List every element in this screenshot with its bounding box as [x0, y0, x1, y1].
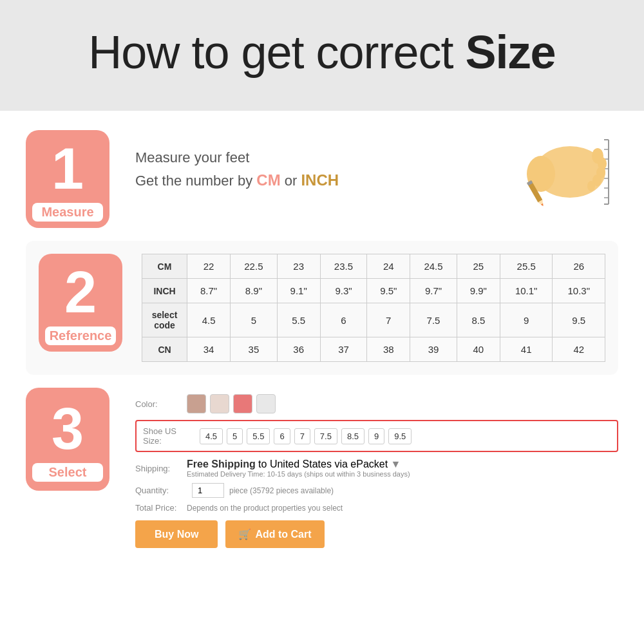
- step2-label: Reference: [45, 327, 116, 345]
- size-option[interactable]: 5.5: [247, 428, 270, 444]
- quantity-row: Quantity: piece (35792 pieces available): [135, 483, 618, 498]
- total-label: Total Price:: [135, 503, 187, 513]
- table-cell: 7: [367, 303, 410, 337]
- table-cell: 25.5: [500, 254, 553, 279]
- size-option[interactable]: 9: [368, 428, 384, 444]
- size-selector-label: Shoe US Size:: [143, 426, 194, 446]
- table-cell: 10.3": [553, 279, 605, 303]
- table-cell: 9.5: [553, 303, 605, 337]
- table-cell: 9.9": [457, 279, 500, 303]
- shipping-detail-text: to United States via ePacket: [256, 459, 388, 469]
- color-swatch-2[interactable]: [210, 394, 229, 413]
- color-swatch-3[interactable]: [233, 394, 252, 413]
- table-cell: 25: [457, 254, 500, 279]
- table-cell: 22.5: [231, 254, 277, 279]
- step2-number: 2: [64, 263, 97, 321]
- quantity-label: Quantity:: [135, 486, 187, 495]
- measure-text2: Get the number by CM or INCH: [135, 171, 496, 189]
- shipping-detail: Free Shipping to United States via ePack…: [187, 459, 410, 478]
- total-text: Depends on the product properties you se…: [187, 504, 343, 513]
- title-normal: How to get correct: [88, 26, 465, 78]
- step3-label: Select: [32, 463, 103, 482]
- table-cell: 8.7": [187, 279, 231, 303]
- table-cell: 34: [187, 337, 231, 362]
- quantity-input[interactable]: [192, 483, 224, 498]
- step2-row: 2 Reference CM2222.52323.52424.52525.526…: [26, 241, 618, 375]
- step1-row: 1 Measure Measure your feet Get the numb…: [26, 130, 618, 228]
- size-table-wrap: CM2222.52323.52424.52525.526INCH8.7"8.9"…: [142, 254, 605, 362]
- table-cell: 24.5: [410, 254, 457, 279]
- size-option[interactable]: 5: [227, 428, 243, 444]
- table-cell: 35: [231, 337, 277, 362]
- table-cell: 37: [320, 337, 366, 362]
- foot-svg: [496, 137, 618, 207]
- size-selector-box: Shoe US Size: 4.555.5677.58.599.5: [135, 420, 618, 452]
- step1-badge: 1 Measure: [26, 130, 109, 228]
- table-cell: 10.1": [500, 279, 553, 303]
- table-cell: 8.9": [231, 279, 277, 303]
- step3-content: Color: Shoe US Size: 4.555.5677.58.599.5…: [135, 394, 618, 548]
- table-row: select code4.555.5677.58.599.5: [142, 303, 605, 337]
- table-cell: 42: [553, 337, 605, 362]
- foot-illustration: [496, 137, 618, 207]
- table-cell: 24: [367, 254, 410, 279]
- table-row-header: CM: [142, 254, 187, 279]
- size-option[interactable]: 6: [274, 428, 290, 444]
- step1-content: Measure your feet Get the number by CM o…: [135, 137, 618, 207]
- text2-prefix: Get the number by: [135, 173, 256, 189]
- quantity-detail: piece (35792 pieces available): [229, 486, 334, 495]
- buy-now-button[interactable]: Buy Now: [135, 520, 218, 548]
- color-swatch-1[interactable]: [187, 394, 206, 413]
- shipping-text: Free Shipping: [187, 459, 256, 469]
- table-cell: 9.7": [410, 279, 457, 303]
- table-cell: 38: [367, 337, 410, 362]
- table-row-header: select code: [142, 303, 187, 337]
- header-section: How to get correct Size: [0, 0, 644, 111]
- table-cell: 9.5": [367, 279, 410, 303]
- step2-badge: 2 Reference: [39, 254, 122, 352]
- size-option[interactable]: 7.5: [314, 428, 337, 444]
- table-row: INCH8.7"8.9"9.1"9.3"9.5"9.7"9.9"10.1"10.…: [142, 279, 605, 303]
- size-options: 4.555.5677.58.599.5: [200, 428, 412, 444]
- button-row: Buy Now 🛒 Add to Cart: [135, 520, 618, 548]
- cm-highlight: CM: [256, 171, 280, 189]
- color-row: Color:: [135, 394, 618, 413]
- measure-text1: Measure your feet: [135, 149, 496, 166]
- delivery-text: Estimated Delivery Time: 10-15 days (shi…: [187, 470, 410, 478]
- table-cell: 41: [500, 337, 553, 362]
- total-row: Total Price: Depends on the product prop…: [135, 503, 618, 513]
- table-cell: 7.5: [410, 303, 457, 337]
- shipping-row: Shipping: Free Shipping to United States…: [135, 459, 618, 478]
- add-to-cart-button[interactable]: 🛒 Add to Cart: [225, 520, 324, 548]
- table-cell: 39: [410, 337, 457, 362]
- step1-number: 1: [52, 140, 84, 198]
- size-option[interactable]: 8.5: [341, 428, 365, 444]
- shipping-label: Shipping:: [135, 464, 187, 473]
- table-row-header: INCH: [142, 279, 187, 303]
- color-swatch-4[interactable]: [256, 394, 276, 413]
- table-cell: 9.1": [277, 279, 320, 303]
- table-cell: 9.3": [320, 279, 366, 303]
- size-reference-table: CM2222.52323.52424.52525.526INCH8.7"8.9"…: [142, 254, 605, 362]
- table-cell: 5.5: [277, 303, 320, 337]
- step3-row: 3 Select Color: Shoe US Size: 4.555.5677…: [26, 388, 618, 548]
- cart-icon: 🛒: [238, 528, 251, 540]
- table-cell: 36: [277, 337, 320, 362]
- color-label: Color:: [135, 399, 187, 409]
- table-cell: 40: [457, 337, 500, 362]
- step1-label: Measure: [32, 203, 103, 222]
- size-option[interactable]: 4.5: [200, 428, 223, 444]
- table-cell: 6: [320, 303, 366, 337]
- main-content: 1 Measure Measure your feet Get the numb…: [0, 111, 644, 567]
- size-option[interactable]: 7: [294, 428, 310, 444]
- step1-text: Measure your feet Get the number by CM o…: [135, 149, 496, 194]
- table-cell: 4.5: [187, 303, 231, 337]
- table-cell: 22: [187, 254, 231, 279]
- table-cell: 26: [553, 254, 605, 279]
- size-option[interactable]: 9.5: [388, 428, 412, 444]
- cart-button-label: Add to Cart: [255, 529, 311, 540]
- table-cell: 9: [500, 303, 553, 337]
- step3-badge: 3 Select: [26, 388, 109, 491]
- title-bold: Size: [466, 26, 556, 78]
- text2-or: or: [281, 173, 301, 189]
